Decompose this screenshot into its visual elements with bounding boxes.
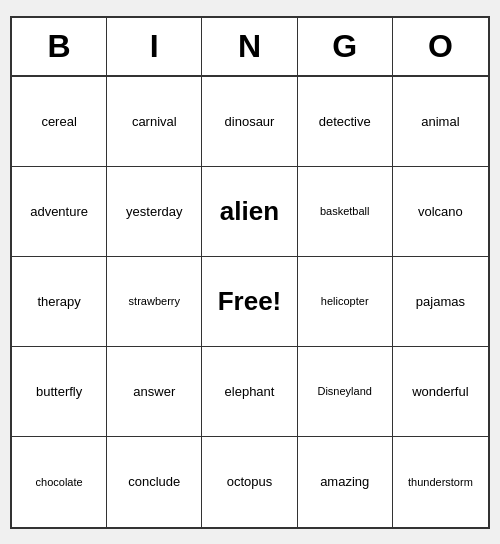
bingo-cell: helicopter: [298, 257, 393, 347]
header-letter: N: [202, 18, 297, 75]
bingo-cell: thunderstorm: [393, 437, 488, 527]
bingo-header: BINGO: [12, 18, 488, 77]
bingo-cell: amazing: [298, 437, 393, 527]
bingo-cell: detective: [298, 77, 393, 167]
bingo-cell: Free!: [202, 257, 297, 347]
bingo-cell: basketball: [298, 167, 393, 257]
bingo-cell: conclude: [107, 437, 202, 527]
bingo-cell: cereal: [12, 77, 107, 167]
bingo-cell: volcano: [393, 167, 488, 257]
bingo-card: BINGO cerealcarnivaldinosaurdetectiveani…: [10, 16, 490, 529]
bingo-cell: dinosaur: [202, 77, 297, 167]
bingo-grid: cerealcarnivaldinosaurdetectiveanimaladv…: [12, 77, 488, 527]
bingo-cell: wonderful: [393, 347, 488, 437]
bingo-cell: octopus: [202, 437, 297, 527]
bingo-cell: adventure: [12, 167, 107, 257]
bingo-cell: pajamas: [393, 257, 488, 347]
header-letter: B: [12, 18, 107, 75]
bingo-cell: strawberry: [107, 257, 202, 347]
bingo-cell: Disneyland: [298, 347, 393, 437]
bingo-cell: chocolate: [12, 437, 107, 527]
header-letter: O: [393, 18, 488, 75]
bingo-cell: animal: [393, 77, 488, 167]
header-letter: G: [298, 18, 393, 75]
bingo-cell: alien: [202, 167, 297, 257]
header-letter: I: [107, 18, 202, 75]
bingo-cell: elephant: [202, 347, 297, 437]
bingo-cell: therapy: [12, 257, 107, 347]
bingo-cell: butterfly: [12, 347, 107, 437]
bingo-cell: carnival: [107, 77, 202, 167]
bingo-cell: yesterday: [107, 167, 202, 257]
bingo-cell: answer: [107, 347, 202, 437]
